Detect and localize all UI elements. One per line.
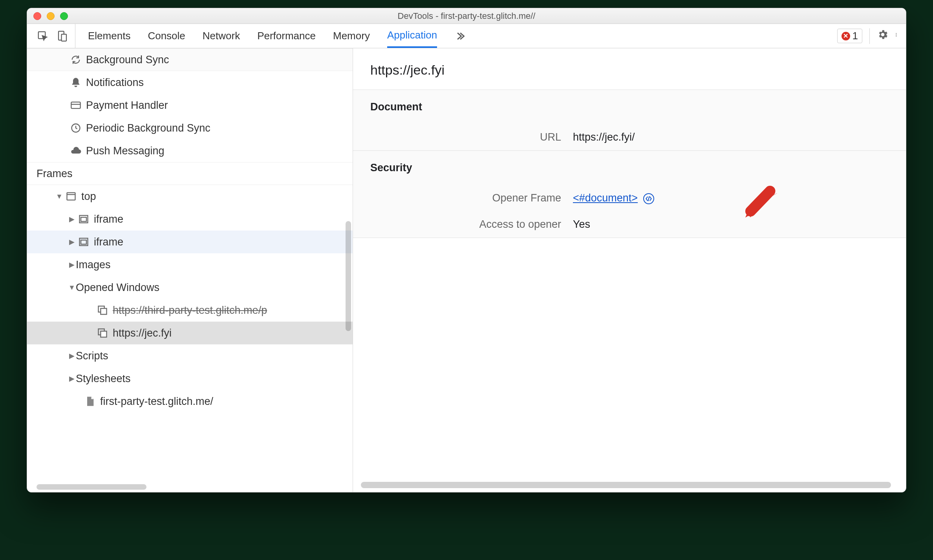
sidebar-item-payment-handler[interactable]: Payment Handler [27,94,353,117]
caret-down-icon: ▼ [55,192,63,201]
sidebar-item-push-messaging[interactable]: Push Messaging [27,139,353,162]
frame-icon [77,213,90,225]
svg-rect-16 [101,308,106,314]
error-icon: ✕ [842,32,850,40]
settings-icon[interactable] [877,29,889,43]
bell-icon [70,76,82,89]
document-section-header: Document [353,90,906,124]
tab-memory[interactable]: Memory [333,24,370,48]
window-title: DevTools - first-party-test.glitch.me// [27,11,906,21]
maximize-window-button[interactable] [60,12,68,20]
frame-detail-panel: https://jec.fyi Document URL https://jec… [353,48,906,492]
caret-right-icon: ▶ [68,238,76,246]
sidebar-item-label: Periodic Background Sync [86,122,210,134]
svg-point-5 [896,36,896,37]
tree-iframe-2[interactable]: ▶ iframe [27,231,353,253]
caret-down-icon: ▼ [68,284,76,292]
tree-scripts[interactable]: ▶ Scripts [27,344,353,367]
main-scrollbar-horizontal[interactable] [361,482,891,488]
device-toggle-icon[interactable] [55,29,70,43]
tree-label: top [81,190,96,203]
svg-rect-12 [81,217,86,221]
access-to-opener-row: Access to opener Yes [353,211,906,238]
url-value: https://jec.fyi/ [573,131,635,143]
tree-label: Scripts [76,350,108,362]
caret-right-icon: ▶ [68,351,76,360]
tree-iframe-1[interactable]: ▶ iframe [27,208,353,231]
panel-tabs: Elements Console Network Performance Mem… [75,24,478,48]
tab-overflow[interactable] [454,24,465,48]
tab-elements[interactable]: Elements [88,24,130,48]
sidebar-item-label: Notifications [86,77,144,89]
frame-title: https://jec.fyi [353,48,906,90]
windows-icon [96,327,109,339]
document-icon [84,395,96,408]
tree-label: https://third-party-test.glitch.me/p [113,304,267,317]
opener-frame-link[interactable]: <#document> [573,192,638,204]
sidebar-scrollbar-vertical[interactable] [346,221,351,331]
tree-window-2[interactable]: https://jec.fyi [27,322,353,344]
tree-label: https://jec.fyi [113,327,172,339]
svg-rect-6 [71,102,80,108]
close-window-button[interactable] [33,12,41,20]
sidebar-item-label: Push Messaging [86,145,165,157]
svg-rect-2 [62,34,67,41]
cloud-icon [70,145,82,157]
divider [869,28,870,44]
tree-window-1[interactable]: https://third-party-test.glitch.me/p [27,299,353,322]
application-sidebar: Background Sync Notifications Payment Ha… [27,48,353,492]
traffic-lights [33,12,68,20]
tree-stylesheets[interactable]: ▶ Stylesheets [27,367,353,390]
tab-application[interactable]: Application [387,24,437,48]
svg-rect-9 [67,193,75,200]
security-section: Security Opener Frame <#document> Access… [353,150,906,238]
frame-icon [77,236,90,248]
access-to-opener-value: Yes [573,218,590,231]
tab-network[interactable]: Network [203,24,240,48]
annotation-arrow [742,186,777,223]
sidebar-item-background-sync[interactable]: Background Sync [27,48,353,71]
error-badge[interactable]: ✕ 1 [837,29,862,43]
tree-top[interactable]: ▼ top [27,185,353,208]
access-to-opener-label: Access to opener [353,218,573,231]
caret-right-icon: ▶ [68,260,76,269]
opener-frame-label: Opener Frame [353,192,573,204]
window-icon [65,190,77,203]
sidebar-item-notifications[interactable]: Notifications [27,71,353,94]
url-label: URL [353,131,573,143]
svg-point-4 [896,35,896,35]
security-section-header: Security [353,151,906,185]
sidebar-item-label: Background Sync [86,54,169,66]
devtools-window: DevTools - first-party-test.glitch.me// … [27,8,906,492]
tree-label: iframe [94,213,123,225]
devtools-toolbar: Elements Console Network Performance Mem… [27,24,906,48]
svg-rect-18 [101,331,106,337]
tab-performance[interactable]: Performance [257,24,316,48]
tree-label: Images [76,259,111,271]
sidebar-scrollbar-horizontal[interactable] [37,484,146,490]
panel-body: Background Sync Notifications Payment Ha… [27,48,906,492]
titlebar: DevTools - first-party-test.glitch.me// [27,8,906,24]
tree-label: Opened Windows [76,282,159,294]
tab-console[interactable]: Console [148,24,185,48]
minimize-window-button[interactable] [47,12,55,20]
tree-opened-windows[interactable]: ▼ Opened Windows [27,276,353,299]
caret-right-icon: ▶ [68,374,76,383]
sync-icon [70,53,82,66]
tree-images[interactable]: ▶ Images [27,253,353,276]
error-count: 1 [853,30,858,42]
reveal-in-elements-icon[interactable] [643,193,654,204]
url-row: URL https://jec.fyi/ [353,124,906,150]
card-icon [70,99,82,112]
tree-label: Stylesheets [76,373,131,385]
sidebar-item-periodic-sync[interactable]: Periodic Background Sync [27,117,353,139]
sidebar-item-label: Payment Handler [86,99,168,112]
clock-icon [70,122,82,134]
svg-rect-14 [81,240,86,244]
svg-point-3 [896,33,896,34]
inspect-icon[interactable] [36,29,50,43]
windows-icon [96,304,109,317]
more-icon[interactable] [896,29,899,43]
tree-doc-file[interactable]: first-party-test.glitch.me/ [27,390,353,413]
tree-label: first-party-test.glitch.me/ [100,395,213,408]
